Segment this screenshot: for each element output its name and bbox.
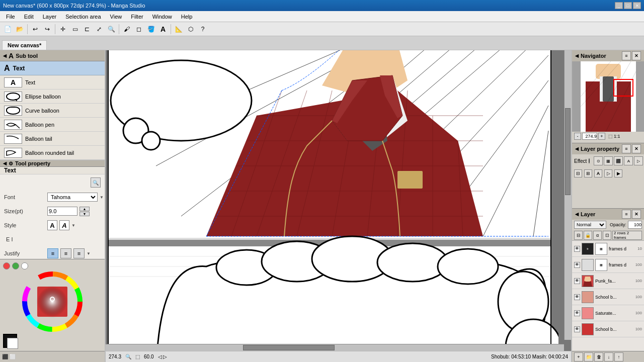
effect-btn-3[interactable]: ⬛: [614, 156, 623, 165]
layer-visibility-2[interactable]: 👁: [574, 278, 580, 284]
tool-item-balloon-pen[interactable]: Balloon pen: [0, 118, 105, 132]
layer-prop-collapse-icon[interactable]: ◀: [575, 146, 579, 151]
menu-selection[interactable]: Selection area: [61, 13, 105, 21]
size-up-button[interactable]: ▲: [79, 207, 90, 211]
layer-visibility-0[interactable]: 👁: [574, 246, 580, 252]
size-down-button[interactable]: ▼: [79, 212, 90, 216]
menu-help[interactable]: Help: [177, 13, 197, 21]
tp-search-button[interactable]: 🔍: [91, 177, 101, 188]
layer-close-button[interactable]: ✕: [632, 210, 641, 219]
layer-item-2[interactable]: 👁 Punk_fa... 100: [572, 273, 644, 289]
justify-left-button[interactable]: ≡: [47, 248, 58, 258]
primary-color-swatch[interactable]: [3, 334, 17, 348]
zoom-100-button[interactable]: 1:1: [614, 134, 620, 139]
toolbar-eraser[interactable]: ◻: [133, 24, 144, 35]
tool-item-curve[interactable]: Curve balloon: [0, 104, 105, 118]
toolbar-select[interactable]: ▭: [69, 24, 80, 35]
horizontal-scroll-thumb[interactable]: [243, 345, 335, 350]
layer-collapse-icon[interactable]: ◀: [575, 212, 579, 217]
layer-prop-menu-button[interactable]: ≡: [622, 144, 631, 153]
toolbar-lasso[interactable]: ⊏: [82, 24, 93, 35]
menu-layer[interactable]: Layer: [39, 13, 61, 21]
horizontal-scrollbar[interactable]: [106, 344, 564, 351]
color-wheel[interactable]: [22, 272, 83, 332]
layer-item-1[interactable]: 👁 ▦ frames d 100: [572, 257, 644, 273]
zoom-fit-button[interactable]: ⬚: [608, 134, 613, 139]
layer-opacity-input[interactable]: [628, 221, 642, 229]
layer-merge-btn[interactable]: ⊟: [574, 231, 583, 240]
toolbar-move[interactable]: ✛: [57, 24, 68, 35]
tool-item-ellipse[interactable]: Ellipse balloon: [0, 89, 105, 104]
layer-nav-btn-4[interactable]: ▷: [604, 169, 612, 177]
maximize-button[interactable]: □: [624, 2, 632, 9]
toolbar-brush[interactable]: 🖌: [121, 24, 132, 35]
layer-nav-btn-5[interactable]: ▶: [614, 169, 622, 177]
toolbar-zoom[interactable]: 🔍: [106, 24, 117, 35]
vertical-scroll-thumb[interactable]: [565, 108, 571, 195]
layer-move-up-btn[interactable]: ↑: [614, 352, 623, 361]
layer-move-down-btn[interactable]: ↓: [604, 352, 613, 361]
layer-clip-btn[interactable]: ⊡: [603, 231, 611, 240]
zoom-out-button[interactable]: -: [574, 133, 581, 140]
zoom-input[interactable]: [582, 133, 597, 140]
justify-center-button[interactable]: ≡: [60, 248, 71, 258]
toolbar-ruler[interactable]: 📐: [173, 24, 184, 35]
layer-item-3[interactable]: 👁 School b... 100: [572, 289, 644, 305]
toolbar-fill[interactable]: 🪣: [145, 24, 156, 35]
layer-visibility-5[interactable]: 👁: [574, 326, 580, 332]
new-layer-btn[interactable]: +: [574, 352, 583, 361]
navigator-close-button[interactable]: ✕: [632, 51, 641, 60]
effect-btn-2[interactable]: ▦: [604, 156, 613, 165]
layer-visibility-4[interactable]: 👁: [574, 310, 580, 316]
layer-item-0[interactable]: 👁 fr ▦ frames d 10: [572, 241, 644, 257]
toolbar-new[interactable]: 📄: [2, 24, 13, 35]
menu-edit[interactable]: Edit: [20, 13, 38, 21]
effect-btn-4[interactable]: A: [624, 156, 633, 165]
toolbar-open[interactable]: 📂: [14, 24, 25, 35]
font-select[interactable]: Tahoma: [47, 193, 98, 202]
layer-nav-btn-2[interactable]: ⊞: [584, 169, 592, 177]
toolbar-transform[interactable]: ⤢: [94, 24, 105, 35]
window-controls[interactable]: _ □ ✕: [615, 2, 641, 9]
size-input[interactable]: [47, 207, 77, 216]
toolbar-3d[interactable]: ⬡: [185, 24, 196, 35]
layer-blend-mode[interactable]: Normal: [574, 221, 606, 229]
layer-nav-btn-1[interactable]: ⊟: [574, 169, 582, 177]
navigator-collapse-icon[interactable]: ◀: [575, 53, 579, 58]
menu-filter[interactable]: Filter: [127, 13, 147, 21]
vertical-scrollbar[interactable]: [564, 50, 571, 340]
navigator-menu-button[interactable]: ≡: [622, 51, 631, 60]
tool-item-rounded-tail[interactable]: Balloon rounded tail: [0, 146, 105, 160]
text-tool-layer-btn[interactable]: A: [594, 169, 602, 177]
panel-toggle-icon[interactable]: ◀: [3, 53, 7, 58]
tp-toggle-icon[interactable]: ◀: [3, 161, 7, 166]
effect-btn-5[interactable]: ▷: [634, 156, 643, 165]
layer-lock-btn[interactable]: 🔒: [584, 231, 592, 240]
menu-window[interactable]: Window: [148, 13, 176, 21]
layer-item-4[interactable]: 👁 Saturate... 100: [572, 305, 644, 321]
menu-file[interactable]: File: [2, 13, 19, 21]
toolbar-redo[interactable]: ↪: [42, 24, 53, 35]
close-button[interactable]: ✕: [633, 2, 641, 9]
new-folder-btn[interactable]: 📁: [584, 352, 593, 361]
layer-menu-button[interactable]: ≡: [622, 210, 631, 219]
zoom-in-button[interactable]: +: [598, 133, 605, 140]
delete-layer-btn[interactable]: 🗑: [594, 352, 603, 361]
layer-alpha-btn[interactable]: α: [593, 231, 602, 240]
minimize-button[interactable]: _: [615, 2, 623, 9]
tool-item-balloon-tail[interactable]: Balloon tail: [0, 132, 105, 146]
tool-item-text[interactable]: A Text: [0, 75, 105, 89]
layer-visibility-3[interactable]: 👁: [574, 294, 580, 300]
layer-prop-close-button[interactable]: ✕: [632, 144, 641, 153]
canvas-scroll[interactable]: [106, 50, 571, 351]
effect-btn-1[interactable]: ⊙: [594, 156, 603, 165]
layer-visibility-1[interactable]: 👁: [574, 262, 580, 268]
style-bold-button[interactable]: A: [47, 220, 57, 230]
toolbar-text[interactable]: A: [157, 24, 169, 35]
layer-item-5[interactable]: 👁 School b... 100: [572, 321, 644, 337]
tab-canvas[interactable]: New canvas*: [2, 40, 47, 50]
toolbar-undo[interactable]: ↩: [30, 24, 41, 35]
style-italic-button[interactable]: A: [59, 220, 69, 230]
justify-right-button[interactable]: ≡: [73, 248, 85, 258]
menu-view[interactable]: View: [106, 13, 126, 21]
